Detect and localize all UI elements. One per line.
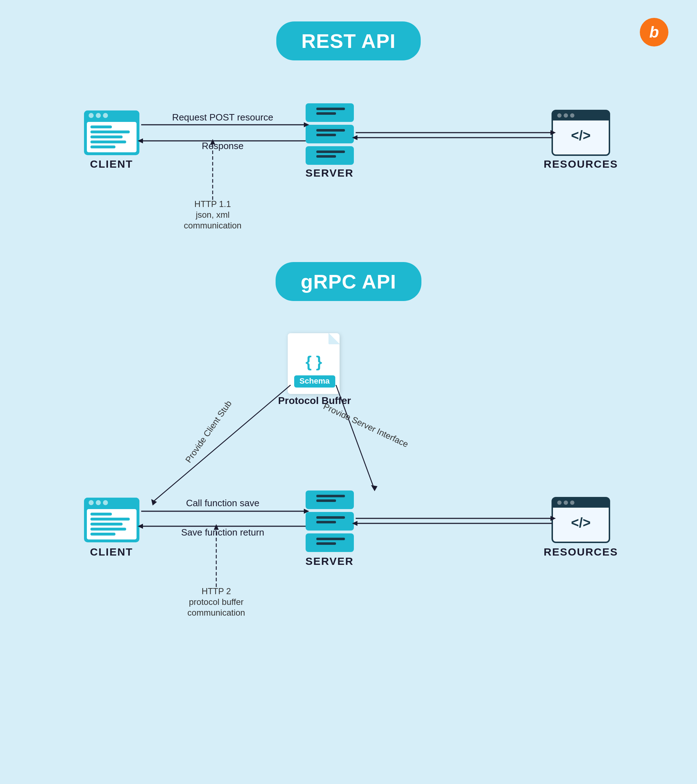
svg-line-53 bbox=[336, 385, 373, 487]
rest-server-label: SERVER bbox=[306, 167, 354, 179]
svg-text:Provide Server Interface: Provide Server Interface bbox=[322, 401, 410, 449]
svg-rect-75 bbox=[316, 538, 345, 540]
svg-text:SERVER: SERVER bbox=[306, 555, 354, 567]
svg-point-59 bbox=[96, 500, 101, 505]
svg-point-4 bbox=[103, 113, 108, 118]
svg-rect-7 bbox=[90, 130, 130, 133]
svg-text:Save function return: Save function return bbox=[181, 527, 265, 538]
svg-text:HTTP 2: HTTP 2 bbox=[202, 586, 231, 596]
svg-point-3 bbox=[96, 113, 101, 118]
svg-point-23 bbox=[557, 113, 562, 118]
svg-text:Schema: Schema bbox=[299, 376, 330, 385]
svg-rect-66 bbox=[90, 533, 115, 535]
main-container: b REST API CLIENT bbox=[0, 0, 697, 784]
svg-point-60 bbox=[103, 500, 108, 505]
logo: b bbox=[640, 18, 668, 46]
rest-diagram-svg: CLIENT SERVER </> R bbox=[62, 82, 635, 232]
svg-rect-63 bbox=[90, 518, 130, 520]
svg-rect-64 bbox=[90, 523, 123, 525]
svg-rect-19 bbox=[316, 155, 336, 158]
svg-marker-54 bbox=[371, 485, 378, 491]
svg-text:communication: communication bbox=[184, 221, 241, 230]
svg-text:Request POST resource: Request POST resource bbox=[172, 112, 273, 123]
svg-rect-73 bbox=[316, 521, 336, 524]
svg-text:protocol buffer: protocol buffer bbox=[189, 597, 244, 607]
svg-point-2 bbox=[89, 113, 94, 118]
svg-marker-51 bbox=[151, 499, 157, 506]
svg-rect-15 bbox=[316, 129, 345, 132]
svg-rect-65 bbox=[90, 528, 126, 530]
svg-text:</>: </> bbox=[571, 128, 591, 143]
svg-text:Call function save: Call function save bbox=[186, 497, 259, 508]
svg-rect-13 bbox=[316, 112, 336, 115]
svg-text:communication: communication bbox=[187, 608, 245, 616]
svg-point-24 bbox=[564, 113, 568, 118]
svg-rect-8 bbox=[90, 135, 123, 138]
svg-text:</>: </> bbox=[571, 515, 591, 530]
svg-rect-18 bbox=[316, 150, 345, 153]
svg-rect-70 bbox=[316, 499, 336, 502]
grpc-api-diagram: { } Schema Protocol Buffer Provide Clien… bbox=[62, 323, 635, 617]
rest-api-diagram: CLIENT SERVER </> R bbox=[62, 82, 635, 234]
grpc-api-title: gRPC API bbox=[301, 270, 396, 293]
svg-line-50 bbox=[154, 385, 291, 501]
svg-rect-9 bbox=[90, 140, 126, 143]
svg-text:HTTP 1.1: HTTP 1.1 bbox=[194, 199, 231, 209]
logo-letter: b bbox=[649, 24, 659, 40]
svg-text:RESOURCES: RESOURCES bbox=[544, 546, 618, 558]
rest-api-badge: REST API bbox=[276, 21, 421, 61]
svg-point-83 bbox=[570, 501, 574, 505]
grpc-diagram-svg: { } Schema Protocol Buffer Provide Clien… bbox=[62, 323, 635, 616]
rest-resources-label: RESOURCES bbox=[544, 158, 618, 170]
svg-point-25 bbox=[570, 113, 574, 118]
svg-rect-62 bbox=[90, 513, 112, 516]
svg-rect-6 bbox=[90, 125, 112, 128]
svg-rect-76 bbox=[316, 542, 336, 545]
rest-client-label: CLIENT bbox=[90, 158, 133, 170]
svg-rect-72 bbox=[316, 516, 345, 519]
grpc-api-badge: gRPC API bbox=[276, 262, 421, 301]
svg-text:Response: Response bbox=[202, 140, 243, 151]
svg-text:json, xml: json, xml bbox=[196, 210, 230, 219]
svg-point-81 bbox=[557, 501, 562, 505]
svg-rect-69 bbox=[316, 495, 345, 497]
svg-rect-12 bbox=[316, 108, 345, 110]
rest-api-title: REST API bbox=[301, 29, 396, 53]
svg-point-58 bbox=[89, 500, 94, 505]
svg-text:{  }: { } bbox=[306, 353, 322, 371]
logo-circle: b bbox=[640, 18, 668, 46]
svg-point-82 bbox=[564, 501, 568, 505]
svg-rect-16 bbox=[316, 134, 336, 136]
svg-text:CLIENT: CLIENT bbox=[90, 546, 133, 558]
svg-rect-10 bbox=[90, 145, 115, 148]
